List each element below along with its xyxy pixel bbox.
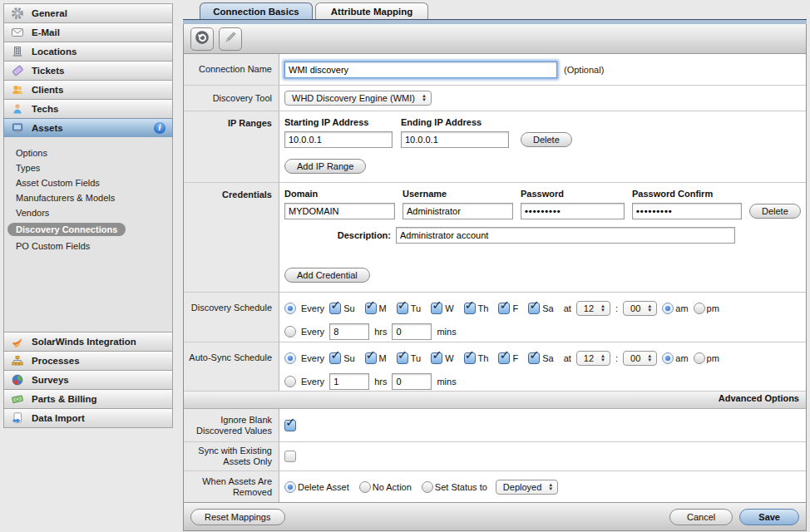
auto-sync-schedule-label: Auto-Sync Schedule xyxy=(184,342,279,391)
day-checkbox-sa[interactable] xyxy=(528,352,540,364)
day-checkbox-th[interactable] xyxy=(464,352,476,364)
tech-icon xyxy=(11,102,24,116)
day-checkbox-su[interactable] xyxy=(329,303,341,314)
undo-icon xyxy=(195,30,210,48)
sidebar-item-data-import[interactable]: Data Import xyxy=(3,408,173,428)
discovery-schedule-row: Discovery Schedule Every Su M Tu W Th F … xyxy=(184,293,806,342)
delete-credential-button[interactable]: Delete xyxy=(749,204,801,219)
set-status-radio[interactable] xyxy=(422,481,433,493)
interval-mins-input[interactable] xyxy=(392,373,432,390)
sidebar-item-email[interactable]: E-Mail xyxy=(3,22,173,42)
reset-mappings-button[interactable]: Reset Mappings xyxy=(190,509,285,525)
save-button[interactable]: Save xyxy=(739,509,799,525)
minute-select[interactable]: 00▲▼ xyxy=(623,351,657,366)
interval-radio[interactable] xyxy=(284,376,296,387)
submenu-item-discovery-connections[interactable]: Discovery Connections xyxy=(4,220,172,239)
sidebar-item-assets[interactable]: Assets xyxy=(3,118,173,138)
submenu-item-po-custom-fields[interactable]: PO Custom Fields xyxy=(4,239,172,254)
info-icon[interactable] xyxy=(154,122,165,134)
day-checkbox-m[interactable] xyxy=(365,352,377,364)
pm-radio[interactable] xyxy=(694,352,705,364)
submenu-item-asset-custom-fields[interactable]: Asset Custom Fields xyxy=(4,175,172,190)
day-label: M xyxy=(379,303,387,313)
add-credential-button[interactable]: Add Credential xyxy=(284,268,370,283)
weekly-radio[interactable] xyxy=(284,352,296,364)
password-input[interactable] xyxy=(521,203,625,219)
discovery-tool-select[interactable]: WHD Discovery Engine (WMI) ▲▼ xyxy=(284,91,432,106)
sidebar-item-surveys[interactable]: Surveys xyxy=(3,370,173,390)
hour-value: 12 xyxy=(584,353,594,363)
day-label: Su xyxy=(343,303,354,313)
sidebar-item-techs[interactable]: Techs xyxy=(3,99,173,119)
submenu-item-types[interactable]: Types xyxy=(4,160,172,175)
day-checkbox-w[interactable] xyxy=(431,303,442,314)
day-checkbox-tu[interactable] xyxy=(397,303,408,314)
interval-hours-input[interactable] xyxy=(329,373,369,390)
submenu-item-vendors[interactable]: Vendors xyxy=(4,205,172,220)
minute-select[interactable]: 00▲▼ xyxy=(623,301,657,316)
hour-select[interactable]: 12▲▼ xyxy=(576,351,610,366)
submenu-label: Types xyxy=(16,163,40,173)
sidebar-item-label: SolarWinds Integration xyxy=(32,337,136,347)
sidebar-item-processes[interactable]: Processes xyxy=(3,351,173,371)
sync-existing-checkbox[interactable] xyxy=(284,451,296,462)
sidebar-item-label: Clients xyxy=(32,85,63,95)
credentials-row: Credentials Domain Username Password Pas… xyxy=(184,183,806,293)
tag-icon xyxy=(11,64,24,77)
interval-hours-input[interactable] xyxy=(329,323,369,340)
day-checkbox-w[interactable] xyxy=(431,352,442,364)
at-label: at xyxy=(564,353,571,363)
status-select[interactable]: Deployed ▲▼ xyxy=(496,480,558,495)
delete-ip-range-button[interactable]: Delete xyxy=(521,132,572,147)
connection-name-input[interactable] xyxy=(284,62,557,78)
username-input[interactable] xyxy=(403,203,513,219)
submenu-label: Manufacturers & Models xyxy=(16,193,115,203)
pencil-icon xyxy=(223,30,238,48)
description-input[interactable] xyxy=(396,227,735,244)
tab-connection-basics[interactable]: Connection Basics xyxy=(200,2,313,19)
sidebar-item-label: Data Import xyxy=(32,413,85,423)
submenu-label: Options xyxy=(16,148,47,158)
pm-radio[interactable] xyxy=(694,303,705,314)
am-radio[interactable] xyxy=(662,352,674,364)
hrs-label: hrs xyxy=(374,377,387,387)
sidebar-item-locations[interactable]: Locations xyxy=(3,42,173,62)
hour-select[interactable]: 12▲▼ xyxy=(576,301,610,316)
day-checkbox-m[interactable] xyxy=(365,303,377,314)
no-action-radio[interactable] xyxy=(359,481,371,493)
sidebar-item-tickets[interactable]: Tickets xyxy=(3,61,173,81)
undo-button[interactable] xyxy=(190,27,214,51)
day-label: W xyxy=(445,353,453,363)
day-checkbox-tu[interactable] xyxy=(397,352,408,364)
day-checkbox-sa[interactable] xyxy=(528,303,540,314)
hour-value: 12 xyxy=(584,303,594,313)
delete-asset-radio[interactable] xyxy=(284,481,296,493)
ending-ip-input[interactable] xyxy=(401,131,509,148)
password-confirm-input[interactable] xyxy=(632,203,742,219)
domain-input[interactable] xyxy=(284,203,395,219)
ignore-blank-checkbox[interactable] xyxy=(284,420,296,431)
day-checkbox-f[interactable] xyxy=(498,352,510,364)
am-radio[interactable] xyxy=(662,303,674,314)
weekly-radio[interactable] xyxy=(284,303,296,314)
selected-submenu-pill: Discovery Connections xyxy=(7,223,126,236)
sidebar-item-general[interactable]: General xyxy=(3,3,173,23)
tab-attribute-mapping[interactable]: Attribute Mapping xyxy=(315,2,428,19)
cancel-button[interactable]: Cancel xyxy=(669,509,733,525)
day-checkbox-f[interactable] xyxy=(498,303,510,314)
submenu-item-options[interactable]: Options xyxy=(4,145,172,160)
interval-radio[interactable] xyxy=(284,326,296,337)
colon: : xyxy=(615,303,618,313)
sidebar-item-clients[interactable]: Clients xyxy=(3,80,173,100)
pm-label: pm xyxy=(707,353,719,363)
starting-ip-input[interactable] xyxy=(284,131,393,148)
submenu-item-manufacturers-models[interactable]: Manufacturers & Models xyxy=(4,190,172,205)
day-checkbox-th[interactable] xyxy=(464,303,476,314)
stepper-icon: ▲▼ xyxy=(647,354,652,362)
add-ip-range-button[interactable]: Add IP Range xyxy=(284,159,366,174)
day-checkbox-su[interactable] xyxy=(329,352,341,364)
interval-mins-input[interactable] xyxy=(392,323,432,340)
sidebar-item-solarwinds-integration[interactable]: SolarWinds Integration xyxy=(3,332,173,352)
edit-button[interactable] xyxy=(219,27,242,51)
sidebar-item-parts-billing[interactable]: Parts & Billing xyxy=(3,389,173,409)
